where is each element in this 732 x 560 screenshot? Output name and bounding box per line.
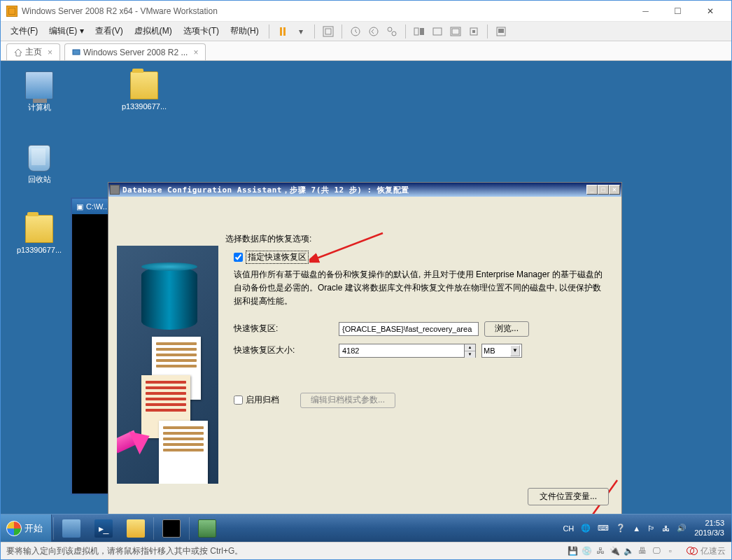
- desktop-folder1[interactable]: p13390677...: [120, 71, 169, 111]
- help-icon[interactable]: ❔: [614, 524, 628, 533]
- dbca-maximize[interactable]: □: [598, 185, 609, 195]
- recovery-area-label: 快速恢复区:: [234, 323, 339, 335]
- taskbar-explorer[interactable]: [120, 516, 151, 541]
- view-split-icon[interactable]: [411, 24, 427, 39]
- folder1-label: p13390677...: [120, 102, 169, 111]
- ime-icon[interactable]: 🌐: [579, 524, 593, 533]
- computer-label: 计算机: [15, 102, 64, 113]
- menu-view[interactable]: 查看(V): [91, 22, 127, 40]
- keyboard-icon[interactable]: ⌨: [596, 524, 611, 533]
- close-button[interactable]: ✕: [694, 1, 726, 21]
- display-icon[interactable]: 🖵: [652, 546, 661, 556]
- menu-vm[interactable]: 虚拟机(M): [130, 22, 176, 40]
- dbca-title: Database Configuration Assistant，步骤 7(共 …: [122, 185, 586, 195]
- dbca-dialog: Database Configuration Assistant，步骤 7(共 …: [108, 182, 622, 542]
- tab-vm[interactable]: Windows Server 2008 R2 ... ×: [64, 43, 206, 60]
- tray-clock[interactable]: 21:53 2019/3/3: [691, 519, 727, 537]
- brand-watermark: 亿速云: [687, 545, 726, 557]
- sound-icon[interactable]: 🔈: [624, 546, 633, 556]
- guest-desktop[interactable]: 计算机 p13390677... 回收站 p13390677... ▣C:\W.…: [1, 61, 731, 542]
- archive-checkbox[interactable]: [234, 396, 243, 405]
- fast-recovery-label[interactable]: 指定快速恢复区: [246, 251, 309, 264]
- snapshot-take-icon[interactable]: [348, 24, 363, 39]
- dbca-minimize[interactable]: _: [586, 185, 598, 195]
- recovery-size-label: 快速恢复区大小:: [234, 344, 339, 356]
- vmware-statusbar: 要将输入定向到该虚拟机，请将鼠标指针移入其中或按 Ctrl+G。 💾 💿 🖧 🔌…: [1, 542, 731, 559]
- folder-icon: [25, 215, 53, 243]
- snapshot-icon[interactable]: [321, 24, 336, 39]
- pause-button[interactable]: [275, 24, 290, 39]
- lang-indicator[interactable]: CH: [561, 524, 576, 533]
- view-single-icon[interactable]: [430, 24, 445, 39]
- msg-icon[interactable]: ▫: [666, 546, 675, 556]
- tab-home-close[interactable]: ×: [48, 48, 52, 57]
- dbca-titlebar[interactable]: Database Configuration Assistant，步骤 7(共 …: [108, 183, 621, 197]
- desktop-computer-icon[interactable]: 计算机: [15, 71, 64, 113]
- view-fullscreen-icon[interactable]: [448, 24, 463, 39]
- chevron-down-icon: ▼: [510, 345, 520, 356]
- tab-home[interactable]: 主页 ×: [6, 43, 60, 60]
- dbca-close[interactable]: ×: [609, 185, 620, 195]
- menu-file[interactable]: 文件(F): [6, 22, 42, 40]
- guest-taskbar: 开始 ▸_ CH 🌐 ⌨ ❔ ▲ 🏳 🖧 🔊 21:53 2019/: [1, 514, 731, 542]
- tray-expand-icon[interactable]: ▲: [631, 524, 642, 533]
- dbca-heading: 选择数据库的恢复选项:: [225, 233, 609, 245]
- taskbar-server-manager[interactable]: [56, 516, 87, 541]
- volume-icon[interactable]: 🔊: [675, 524, 689, 533]
- browse-button[interactable]: 浏览...: [484, 321, 529, 337]
- hdd-icon[interactable]: 💾: [568, 546, 577, 556]
- svg-point-5: [392, 31, 396, 36]
- home-icon: [14, 48, 22, 57]
- recovery-area-input[interactable]: [339, 322, 479, 336]
- desktop-folder2[interactable]: p13390677...: [15, 215, 64, 254]
- folder-icon: [130, 71, 158, 99]
- snapshot-manager-icon[interactable]: [384, 24, 400, 39]
- archive-label[interactable]: 启用归档: [246, 394, 279, 406]
- maximize-button[interactable]: ☐: [662, 1, 694, 21]
- fast-recovery-checkbox[interactable]: [234, 253, 243, 262]
- toolbar-dropdown[interactable]: ▾: [293, 24, 309, 39]
- taskbar-dbca[interactable]: [192, 516, 223, 541]
- spinner-up[interactable]: ▲: [465, 344, 475, 351]
- svg-rect-10: [452, 29, 459, 34]
- svg-rect-8: [433, 28, 442, 35]
- brand-logo-icon: [687, 547, 698, 555]
- svg-rect-14: [73, 50, 80, 55]
- monitor-icon: [72, 48, 80, 57]
- folder2-label: p13390677...: [15, 246, 64, 254]
- start-button[interactable]: 开始: [1, 514, 52, 542]
- network-icon[interactable]: 🖧: [660, 524, 672, 533]
- dbca-illustration: [117, 204, 218, 512]
- tab-vm-label: Windows Server 2008 R2 ...: [83, 48, 188, 57]
- svg-rect-0: [323, 27, 333, 36]
- menu-tabs[interactable]: 选项卡(T): [179, 22, 223, 40]
- size-spinner[interactable]: ▲ ▼: [465, 344, 476, 358]
- vmware-icon: [6, 6, 17, 17]
- minimize-button[interactable]: ─: [630, 1, 661, 21]
- tab-home-label: 主页: [25, 46, 42, 58]
- view-console-icon[interactable]: [493, 24, 509, 39]
- usb-icon[interactable]: 🔌: [610, 546, 619, 556]
- view-unity-icon[interactable]: [466, 24, 481, 39]
- svg-point-3: [369, 27, 378, 36]
- net-icon[interactable]: 🖧: [596, 546, 605, 556]
- cd-icon[interactable]: 💿: [582, 546, 591, 556]
- spinner-down[interactable]: ▼: [465, 351, 475, 358]
- taskbar-powershell[interactable]: ▸_: [88, 516, 119, 541]
- desktop-recycle-bin[interactable]: 回收站: [15, 145, 64, 185]
- svg-rect-6: [414, 28, 418, 35]
- tab-vm-close[interactable]: ×: [193, 48, 198, 57]
- snapshot-revert-icon[interactable]: [366, 24, 381, 39]
- system-tray: CH 🌐 ⌨ ❔ ▲ 🏳 🖧 🔊 21:53 2019/3/3: [561, 514, 731, 542]
- taskbar-cmd[interactable]: [156, 516, 187, 541]
- printer-icon[interactable]: 🖶: [638, 546, 647, 556]
- window-title: Windows Server 2008 R2 x64 - VMware Work…: [22, 6, 630, 16]
- file-location-vars-button[interactable]: 文件位置变量...: [528, 488, 609, 505]
- menu-help[interactable]: 帮助(H): [226, 22, 263, 40]
- recovery-size-input[interactable]: [339, 344, 465, 358]
- menu-edit[interactable]: 编辑(E) ▾: [45, 22, 87, 40]
- tabbar: 主页 × Windows Server 2008 R2 ... ×: [1, 41, 731, 61]
- size-unit-select[interactable]: MB ▼: [481, 344, 522, 358]
- start-label: 开始: [24, 522, 43, 535]
- action-center-icon[interactable]: 🏳: [645, 524, 657, 533]
